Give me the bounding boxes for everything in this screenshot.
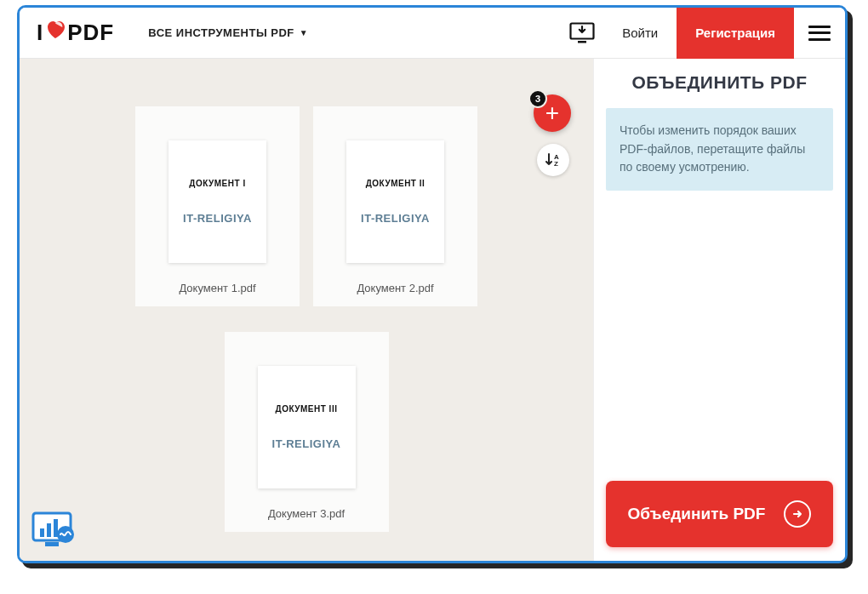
page-thumbnail: ДОКУМЕНТ III IT-RELIGIYA (258, 366, 356, 488)
brand-label: IT-RELIGIYA (272, 437, 341, 450)
login-button[interactable]: Войти (603, 8, 677, 59)
doc-label: ДОКУМЕНТ III (276, 404, 338, 414)
file-count-badge: 3 (528, 89, 547, 108)
doc-label: ДОКУМЕНТ I (189, 179, 245, 188)
app-window: I PDF ВСЕ ИНСТРУМЕНТЫ PDF ▼ Войти Регист… (17, 5, 848, 563)
chevron-down-icon: ▼ (300, 28, 308, 37)
svg-rect-6 (40, 528, 44, 537)
file-card[interactable]: ДОКУМЕНТ III IT-RELIGIYA Документ 3.pdf (224, 331, 390, 533)
all-tools-dropdown[interactable]: ВСЕ ИНСТРУМЕНТЫ PDF ▼ (148, 26, 308, 39)
workspace: ДОКУМЕНТ I IT-RELIGIYA Документ 1.pdf ДО… (20, 59, 593, 561)
page-thumbnail: ДОКУМЕНТ I IT-RELIGIYA (168, 140, 266, 263)
sidebar-title: ОБЪЕДИНИТЬ PDF (606, 72, 833, 93)
merge-button-label: Объединить PDF (628, 504, 766, 524)
svg-text:Z: Z (554, 160, 558, 168)
info-message: Чтобы изменить порядок ваших PDF-файлов,… (606, 108, 833, 191)
arrow-right-icon (784, 500, 811, 528)
sidebar: ОБЪЕДИНИТЬ PDF Чтобы изменить порядок ва… (593, 59, 845, 561)
file-card[interactable]: ДОКУМЕНТ II IT-RELIGIYA Документ 2.pdf (312, 106, 478, 307)
page-thumbnail: ДОКУМЕНТ II IT-RELIGIYA (346, 140, 444, 263)
svg-rect-1 (578, 41, 586, 43)
file-grid: ДОКУМЕНТ I IT-RELIGIYA Документ 1.pdf ДО… (20, 106, 593, 533)
logo[interactable]: I PDF (37, 20, 114, 46)
hamburger-icon (808, 26, 831, 41)
add-file-button[interactable]: + 3 (534, 94, 571, 132)
file-card[interactable]: ДОКУМЕНТ I IT-RELIGIYA Документ 1.pdf (134, 106, 300, 307)
logo-text-suffix: PDF (67, 20, 114, 46)
doc-label: ДОКУМЕНТ II (366, 179, 425, 188)
file-name: Документ 2.pdf (357, 282, 433, 294)
header: I PDF ВСЕ ИНСТРУМЕНТЫ PDF ▼ Войти Регист… (20, 8, 845, 59)
desktop-download-button[interactable] (561, 22, 603, 44)
stats-widget-icon[interactable] (31, 511, 81, 552)
merge-pdf-button[interactable]: Объединить PDF (606, 481, 833, 547)
svg-rect-7 (47, 523, 51, 537)
heart-icon (45, 19, 66, 45)
file-name: Документ 3.pdf (268, 507, 345, 520)
brand-label: IT-RELIGIYA (361, 212, 430, 225)
svg-rect-5 (45, 542, 59, 546)
sort-az-button[interactable]: AZ (537, 144, 569, 176)
menu-button[interactable] (794, 8, 845, 59)
register-button[interactable]: Регистрация (677, 8, 794, 59)
file-name: Документ 1.pdf (179, 282, 255, 294)
all-tools-label: ВСЕ ИНСТРУМЕНТЫ PDF (148, 26, 294, 39)
brand-label: IT-RELIGIYA (183, 212, 252, 225)
plus-icon: + (545, 100, 559, 127)
logo-text-prefix: I (37, 20, 43, 46)
